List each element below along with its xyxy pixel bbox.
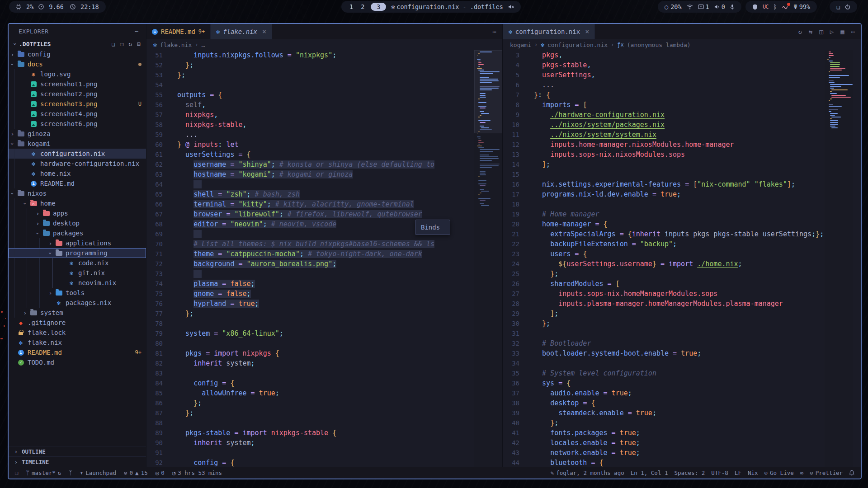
workspace-section-header[interactable]: › .DOTFILES ❏ ❐ ↻ ⊟ xyxy=(9,38,146,49)
code-line-75[interactable]: 75 gnome = false; xyxy=(146,289,502,299)
tree-item-apps[interactable]: ›apps xyxy=(9,208,146,218)
code-line-14[interactable]: 14 ]; xyxy=(503,160,861,169)
chevron-expanded-icon[interactable]: › xyxy=(9,190,16,197)
code-line-73[interactable]: 73 xyxy=(146,269,502,279)
code-line-62[interactable]: 62 username = "shinya"; # konsta or shin… xyxy=(146,160,502,169)
code-line-26[interactable]: 26 sharedModules = [ xyxy=(503,279,861,289)
chevron-collapsed-icon[interactable]: › xyxy=(47,290,54,296)
code-line-16[interactable]: 16 nix.settings.experimental-features = … xyxy=(503,179,861,189)
code-line-66[interactable]: 66 terminal = "kitty"; # kitty, alacritt… xyxy=(146,199,502,209)
tree-item-applications[interactable]: ›applications xyxy=(9,238,146,248)
code-line-31[interactable]: 31 xyxy=(503,328,861,338)
tree-item-logo.svg[interactable]: ✻logo.svg xyxy=(9,69,146,79)
code-line-51[interactable]: 51 inputs.nixpkgs.follows = "nixpkgs"; xyxy=(146,50,502,60)
refresh-explorer-icon[interactable]: ↻ xyxy=(128,41,132,47)
code-line-57[interactable]: 57 nixpkgs, xyxy=(146,110,502,120)
code-line-33[interactable]: 33 boot.loader.systemd-boot.enable = tru… xyxy=(503,348,861,358)
code-line-76[interactable]: 76 hyprland = true; xyxy=(146,299,502,309)
code-line-18[interactable]: 18 xyxy=(503,199,861,209)
run-file-icon[interactable]: ▷ xyxy=(830,28,834,35)
code-line-55[interactable]: 55outputs = { xyxy=(146,90,502,100)
code-editor-flake[interactable]: 51 inputs.nixpkgs.follows = "nixpkgs";52… xyxy=(146,50,502,467)
code-line-65[interactable]: 65 shell = "zsh"; # bash, zsh xyxy=(146,189,502,199)
code-line-25[interactable]: 25 }; xyxy=(503,269,861,279)
code-line-32[interactable]: 32 # Bootloader xyxy=(503,338,861,348)
code-line-77[interactable]: 77 }; xyxy=(146,309,502,319)
status-language-mode[interactable]: Nix xyxy=(748,469,758,476)
code-line-5[interactable]: 5 userSettings, xyxy=(503,70,861,80)
workspace-1[interactable]: 1 xyxy=(348,3,354,10)
code-line-15[interactable]: 15 xyxy=(503,169,861,179)
tab-configuration-nix[interactable]: ✻ configuration.nix × xyxy=(503,24,595,39)
tree-item-config[interactable]: ›config xyxy=(9,49,146,59)
tree-item-git.nix[interactable]: ✻git.nix xyxy=(9,268,146,278)
minimap[interactable] xyxy=(474,50,502,467)
status-launchpad[interactable]: ➤Launchpad xyxy=(80,469,116,476)
tree-item-.gitignore[interactable]: ◆.gitignore xyxy=(9,318,146,328)
code-line-74[interactable]: 74 plasma = false; xyxy=(146,279,502,289)
chevron-collapsed-icon[interactable]: › xyxy=(9,131,16,137)
code-line-72[interactable]: 72 background = "aurora_borealis.png"; xyxy=(146,259,502,269)
more-actions-icon[interactable]: ⋯ xyxy=(851,28,855,35)
speaker-muted-icon[interactable] xyxy=(508,4,514,9)
tree-item-packages.nix[interactable]: ✻packages.nix xyxy=(9,298,146,308)
chevron-expanded-icon[interactable]: › xyxy=(22,200,28,207)
code-line-90[interactable]: 90 inherit system; xyxy=(146,438,502,448)
clock-widget[interactable]: 22:18 xyxy=(63,1,106,13)
tree-item-kogami[interactable]: ›kogami xyxy=(9,139,146,149)
more-actions-icon[interactable]: ⋯ xyxy=(493,28,496,35)
code-line-29[interactable]: 29 ]; xyxy=(503,309,861,319)
status-go-live[interactable]: ⊙Go Live xyxy=(764,469,794,476)
timeline-section[interactable]: › TIMELINE xyxy=(9,456,146,467)
code-line-4[interactable]: 4 pkgs-stable, xyxy=(503,60,861,70)
code-line-54[interactable]: 54 xyxy=(146,80,502,90)
tree-item-system[interactable]: ›system xyxy=(9,308,146,318)
code-line-78[interactable]: 78 xyxy=(146,319,502,328)
tree-item-hardware-configuration.nix[interactable]: ✻hardware-configuration.nix xyxy=(9,159,146,169)
tree-item-README.md[interactable]: iREADME.md9+ xyxy=(9,347,146,357)
connectivity-widget[interactable]: UC ᛒ Ψ 99% xyxy=(745,1,817,13)
code-line-27[interactable]: 27 inputs.sops-nix.homeManagerModules.so… xyxy=(503,289,861,299)
tree-item-flake.nix[interactable]: ✻flake.nix xyxy=(9,338,146,347)
code-line-22[interactable]: 22 backupFileExtension = "backup"; xyxy=(503,239,861,249)
code-line-63[interactable]: 63 hostname = "kogami"; # kogami or gino… xyxy=(146,169,502,179)
new-folder-icon[interactable]: ❐ xyxy=(120,41,124,47)
code-line-89[interactable]: 89 pkgs-stable = import nixpkgs-stable { xyxy=(146,428,502,438)
tree-item-tools[interactable]: ›tools xyxy=(9,288,146,298)
code-line-6[interactable]: 6 ... xyxy=(503,80,861,90)
tree-item-nixos[interactable]: ›nixos xyxy=(9,188,146,198)
chevron-expanded-icon[interactable]: › xyxy=(34,230,41,237)
status-cursor-position[interactable]: Ln 1, Col 1 xyxy=(631,469,668,476)
status-ports[interactable]: ◎0 xyxy=(156,469,165,476)
code-line-39[interactable]: 39 steamdeck.enable = true; xyxy=(503,408,861,418)
status-git-branch[interactable]: ᛘmaster*↻ xyxy=(26,469,61,476)
code-line-71[interactable]: 71 theme = "catppuccin-mocha"; # tokyo-n… xyxy=(146,249,502,259)
editor-layout-icon[interactable]: ▦ xyxy=(840,28,844,35)
code-line-58[interactable]: 58 nixpkgs-stable, xyxy=(146,120,502,130)
outline-section[interactable]: › OUTLINE xyxy=(9,446,146,456)
code-line-80[interactable]: 80 xyxy=(146,338,502,348)
code-line-83[interactable]: 83 xyxy=(146,368,502,378)
code-line-3[interactable]: 3 pkgs, xyxy=(503,50,861,60)
code-line-59[interactable]: 59 ... xyxy=(146,130,502,140)
code-editor-configuration[interactable]: 3 pkgs,4 pkgs-stable,5 userSettings,6 ..… xyxy=(503,50,861,467)
session-widget[interactable]: ❏ xyxy=(830,1,857,13)
tree-item-home[interactable]: ›⌂home xyxy=(9,198,146,208)
code-line-84[interactable]: 84 config = { xyxy=(146,378,502,388)
breadcrumb[interactable]: ✻ flake.nix › … xyxy=(146,39,502,50)
code-line-38[interactable]: 38 desktop = { xyxy=(503,398,861,408)
tree-item-screenshot3.png[interactable]: screenshot3.pngU xyxy=(9,99,146,109)
tree-item-packages[interactable]: ›packages xyxy=(9,228,146,238)
code-line-8[interactable]: 8 imports = [ xyxy=(503,100,861,110)
close-tab-icon[interactable]: × xyxy=(262,28,266,36)
tree-item-flake.lock[interactable]: flake.lock xyxy=(9,328,146,338)
status-indentation[interactable]: Spaces: 2 xyxy=(674,469,705,476)
code-line-28[interactable]: 28 inputs.plasma-manager.homeManagerModu… xyxy=(503,299,861,309)
code-line-21[interactable]: 21 extraSpecialArgs = {inherit inputs pk… xyxy=(503,229,861,239)
code-line-92[interactable]: 92 config = { xyxy=(146,458,502,467)
tree-item-desktop[interactable]: ›desktop xyxy=(9,218,146,228)
status-source-control-graph[interactable]: ᛉ xyxy=(69,469,72,476)
chevron-expanded-icon[interactable]: › xyxy=(9,140,16,148)
tree-item-screenshot6.png[interactable]: screenshot6.png xyxy=(9,119,146,129)
code-line-17[interactable]: 17 programs.nix-ld.dev.enable = true; xyxy=(503,189,861,199)
